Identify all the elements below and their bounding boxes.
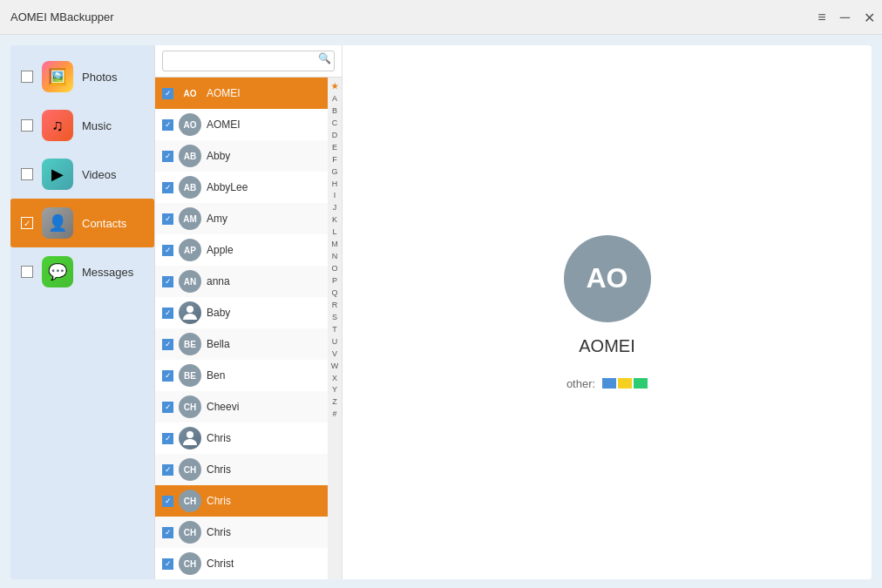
list-item[interactable]: AOAOMEI — [155, 78, 328, 109]
minimize-icon[interactable]: ─ — [840, 10, 850, 25]
contact-checkbox[interactable] — [162, 276, 173, 287]
list-item[interactable]: Chris — [155, 422, 328, 454]
alpha-H[interactable]: H — [332, 179, 338, 191]
color-swatch — [602, 378, 616, 389]
alpha-D[interactable]: D — [332, 130, 338, 142]
menu-icon[interactable]: ≡ — [818, 10, 825, 25]
alpha-C[interactable]: C — [332, 118, 338, 130]
sidebar-item-messages[interactable]: 💬Messages — [10, 247, 154, 296]
alpha-Q[interactable]: Q — [331, 287, 337, 300]
detail-avatar: AO — [564, 235, 651, 322]
alpha-J[interactable]: J — [333, 202, 337, 214]
contact-checkbox[interactable] — [162, 433, 173, 444]
photos-label: Photos — [82, 71, 117, 84]
contact-checkbox[interactable] — [162, 88, 173, 99]
contact-name: anna — [207, 275, 230, 287]
alpha-K[interactable]: K — [332, 214, 337, 226]
list-item[interactable]: BEBen — [155, 360, 328, 391]
contact-checkbox[interactable] — [162, 402, 173, 413]
videos-icon: ▶ — [42, 159, 73, 190]
list-item[interactable]: CHChris — [155, 454, 328, 485]
app-title: AOMEI MBackupper — [10, 10, 114, 24]
color-bar — [602, 378, 648, 389]
contact-avatar: CH — [179, 395, 201, 418]
list-item[interactable]: ABAbbyLee — [155, 172, 328, 203]
list-item[interactable]: CHCheevi — [155, 391, 328, 422]
alpha-L[interactable]: L — [332, 226, 336, 239]
alpha-Z[interactable]: Z — [332, 396, 337, 409]
detail-panel: AO AOMEI other: — [342, 45, 872, 579]
alpha-A[interactable]: A — [332, 93, 337, 105]
contact-checkbox[interactable] — [162, 151, 173, 162]
alpha-F[interactable]: F — [332, 154, 337, 166]
alpha-T[interactable]: T — [332, 324, 337, 336]
alpha-U[interactable]: U — [332, 336, 338, 348]
list-item[interactable]: AOAOMEI — [155, 109, 328, 140]
messages-checkbox[interactable] — [21, 266, 33, 278]
list-item[interactable]: ANanna — [155, 266, 328, 297]
alpha-G[interactable]: G — [331, 166, 337, 179]
alpha-O[interactable]: O — [331, 263, 337, 275]
contact-checkbox[interactable] — [162, 527, 173, 538]
list-item[interactable]: CHChris — [155, 485, 328, 517]
alpha-E[interactable]: E — [332, 142, 337, 154]
contact-checkbox[interactable] — [162, 182, 173, 193]
sidebar-item-photos[interactable]: 🖼️Photos — [10, 52, 154, 101]
contact-checkbox[interactable] — [162, 308, 173, 319]
alpha-M[interactable]: M — [331, 239, 338, 251]
contacts-label: Contacts — [82, 217, 126, 230]
contact-name: Chris — [207, 526, 231, 538]
photos-checkbox[interactable] — [21, 71, 33, 83]
contact-avatar: CH — [179, 458, 201, 481]
contact-avatar: AO — [179, 82, 201, 105]
contact-checkbox[interactable] — [162, 370, 173, 382]
list-item[interactable]: AMAmy — [155, 203, 328, 234]
search-icon: 🔍 — [318, 52, 331, 64]
contact-checkbox[interactable] — [162, 339, 173, 350]
alpha-★[interactable]: ★ — [331, 81, 338, 93]
alpha-B[interactable]: B — [332, 105, 337, 118]
list-item[interactable]: CHChrist — [155, 548, 328, 579]
alpha-#[interactable]: # — [332, 409, 336, 421]
contact-checkbox[interactable] — [162, 119, 173, 131]
list-item[interactable]: APApple — [155, 234, 328, 266]
close-icon[interactable]: ✕ — [864, 10, 875, 26]
sidebar-item-contacts[interactable]: 👤Contacts — [10, 199, 154, 247]
contact-name: Chris — [207, 463, 231, 476]
main-container: 🖼️Photos♫Music▶Videos👤Contacts💬Messages … — [0, 35, 882, 588]
contact-checkbox[interactable] — [162, 245, 173, 256]
svg-point-1 — [187, 431, 193, 438]
alpha-Y[interactable]: Y — [332, 384, 337, 396]
sidebar: 🖼️Photos♫Music▶Videos👤Contacts💬Messages — [10, 45, 154, 579]
alpha-P[interactable]: P — [332, 275, 337, 287]
alpha-V[interactable]: V — [332, 348, 337, 361]
alpha-N[interactable]: N — [332, 251, 338, 263]
alphabet-index[interactable]: ★ABCDEFGHIJKLMNOPQRSTUVWXYZ# — [328, 78, 342, 579]
alpha-I[interactable]: I — [334, 190, 336, 202]
alpha-R[interactable]: R — [332, 300, 338, 312]
search-input[interactable] — [162, 51, 335, 71]
contact-checkbox[interactable] — [162, 213, 173, 225]
contact-avatar: BE — [179, 364, 201, 387]
music-checkbox[interactable] — [21, 119, 33, 132]
list-item[interactable]: CHChris — [155, 517, 328, 548]
list-item[interactable]: BEBella — [155, 328, 328, 360]
list-item[interactable]: ABAbby — [155, 140, 328, 172]
app-area: 🖼️Photos♫Music▶Videos👤Contacts💬Messages … — [0, 35, 882, 588]
contact-checkbox[interactable] — [162, 464, 173, 476]
alpha-X[interactable]: X — [332, 373, 337, 385]
sidebar-item-videos[interactable]: ▶Videos — [10, 150, 154, 199]
list-item[interactable]: Baby — [155, 297, 328, 328]
contacts-checkbox[interactable] — [21, 217, 33, 229]
alpha-W[interactable]: W — [331, 361, 339, 373]
contact-checkbox[interactable] — [162, 558, 173, 570]
videos-checkbox[interactable] — [21, 168, 33, 180]
alpha-S[interactable]: S — [332, 312, 337, 324]
contact-avatar: AB — [179, 176, 201, 199]
contact-avatar: AB — [179, 145, 201, 167]
contact-name: Baby — [207, 307, 230, 319]
contact-checkbox[interactable] — [162, 496, 173, 507]
sidebar-item-music[interactable]: ♫Music — [10, 101, 154, 150]
music-label: Music — [82, 119, 112, 132]
contact-avatar: CH — [179, 521, 201, 544]
